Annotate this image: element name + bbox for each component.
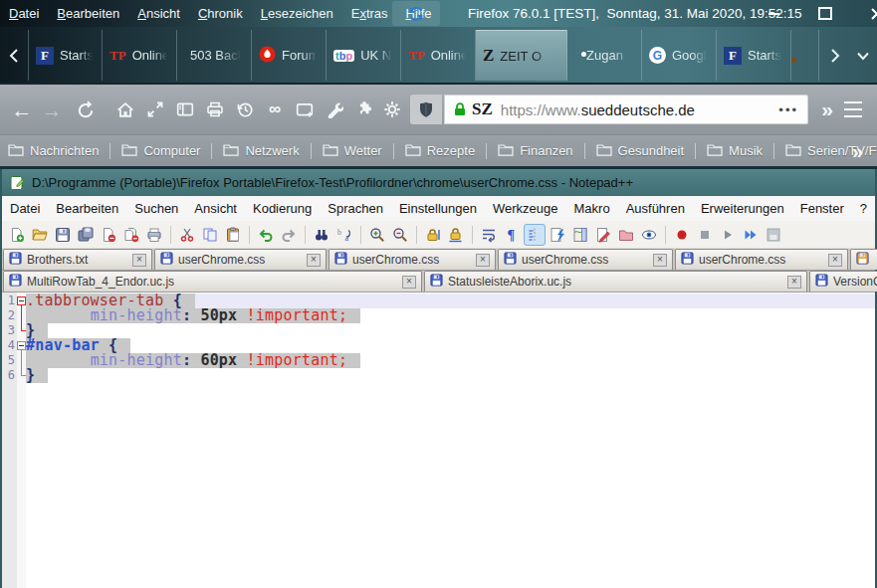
toolbar-overflow-icon[interactable]: » xyxy=(814,96,840,123)
paste-icon[interactable] xyxy=(222,224,244,246)
infinity-icon[interactable]: ∞ xyxy=(261,96,289,123)
menubar-item-extras[interactable]: Extras xyxy=(342,0,397,27)
file-tab-1-5[interactable] xyxy=(850,249,877,270)
bookmark-folder-6[interactable]: Gesundheit xyxy=(594,143,687,159)
copy-icon[interactable] xyxy=(199,224,221,246)
addons-icon[interactable] xyxy=(348,96,376,123)
browser-tab-0[interactable]: FStartse xyxy=(28,30,103,81)
close-all-icon[interactable] xyxy=(120,224,142,246)
npp-menu-sprachen[interactable]: Sprachen xyxy=(320,201,391,216)
tracking-protection-shield-icon[interactable] xyxy=(410,95,442,124)
url-bar[interactable]: SZ https://www.sueddeutsche.de ••• xyxy=(444,95,808,124)
macro-stop-icon[interactable] xyxy=(694,224,716,246)
browser-tab-7[interactable]: Zugan xyxy=(567,30,642,81)
indent-guide-icon[interactable] xyxy=(524,224,546,246)
bookmark-folder-4[interactable]: Rezepte xyxy=(403,143,477,159)
macro-play-icon[interactable] xyxy=(717,224,739,246)
file-monitor-icon[interactable] xyxy=(638,224,660,246)
sync-icon[interactable] xyxy=(392,1,440,26)
sidebar-icon[interactable] xyxy=(171,96,199,123)
find-icon[interactable] xyxy=(311,224,332,246)
bookmark-folder-5[interactable]: Finanzen xyxy=(496,143,574,159)
npp-menu-einstellungen[interactable]: Einstellungen xyxy=(391,201,485,216)
bookmark-folder-3[interactable]: Wetter xyxy=(321,143,384,159)
editor-area[interactable]: 1.tabbrowser-tab {2 min-height: 50px !im… xyxy=(2,293,875,588)
save-icon[interactable] xyxy=(52,224,74,246)
new-file-icon[interactable] xyxy=(6,224,28,246)
all-tabs-dropdown-icon[interactable] xyxy=(850,30,876,81)
forward-icon[interactable]: → xyxy=(38,96,66,123)
file-tab-1-4[interactable]: userChrome.css× xyxy=(675,249,848,270)
page-actions-icon[interactable] xyxy=(321,96,348,123)
browser-tab-1[interactable]: TPOnline xyxy=(103,30,177,81)
fold-marker[interactable] xyxy=(17,308,26,323)
minimize-button[interactable] xyxy=(757,0,790,27)
show-symbols-icon[interactable]: ¶ xyxy=(501,224,523,246)
tab-scroll-left-icon[interactable] xyxy=(0,30,28,81)
sync-horizontal-icon[interactable] xyxy=(445,224,467,246)
print-icon[interactable] xyxy=(201,96,229,123)
npp-menu-help[interactable]: ? xyxy=(852,201,875,216)
macro-record-icon[interactable] xyxy=(671,224,693,246)
browser-tab-4[interactable]: tbpUK Ne xyxy=(327,30,401,81)
npp-menu-datei[interactable]: Datei xyxy=(2,201,48,216)
file-tab-2-0[interactable]: MultiRowTab_4_Endor.uc.js× xyxy=(3,271,422,292)
menubar-item-datei[interactable]: Datei xyxy=(0,0,48,27)
undo-icon[interactable] xyxy=(255,224,277,246)
browser-tab-9[interactable]: FStartse xyxy=(717,30,791,81)
menubar-item-lesezeichen[interactable]: Lesezeichen xyxy=(252,0,342,27)
browser-tab-2[interactable]: 503 Backer xyxy=(177,30,252,81)
menubar-item-ansicht[interactable]: Ansicht xyxy=(128,0,189,27)
npp-menu-suchen[interactable]: Suchen xyxy=(126,201,186,216)
fullscreen-icon[interactable] xyxy=(141,96,169,123)
document-map-icon[interactable] xyxy=(569,224,591,246)
menubar-item-bearbeiten[interactable]: Bearbeiten xyxy=(48,0,128,27)
close-tab-icon[interactable]: × xyxy=(828,254,842,267)
bookmark-folder-7[interactable]: Musik xyxy=(705,143,765,159)
zoom-out-icon[interactable] xyxy=(389,224,411,246)
tab-scroll-right-icon[interactable] xyxy=(822,30,848,81)
replace-icon[interactable]: ba xyxy=(333,224,355,246)
folder-workspace-icon[interactable] xyxy=(615,224,637,246)
npp-menu-makro[interactable]: Makro xyxy=(566,201,618,216)
close-tab-icon[interactable]: × xyxy=(402,276,416,289)
file-tab-1-3[interactable]: userChrome.css× xyxy=(498,249,673,270)
file-tab-1-1[interactable]: userChrome.css× xyxy=(154,249,327,270)
close-tab-icon[interactable]: × xyxy=(307,254,321,267)
save-all-icon[interactable] xyxy=(75,224,97,246)
close-button[interactable] xyxy=(860,0,877,27)
npp-menu-erweiterungen[interactable]: Erweiterungen xyxy=(693,201,792,216)
npp-menu-fenster[interactable]: Fenster xyxy=(792,201,852,216)
page-actions-dots-icon[interactable]: ••• xyxy=(778,102,798,117)
browser-tab-8[interactable]: GGoogl xyxy=(642,30,717,81)
file-tab-2-2[interactable]: VersionClo xyxy=(809,271,877,292)
npp-menu-kodierung[interactable]: Kodierung xyxy=(245,201,320,216)
npp-menu-werkzeuge[interactable]: Werkzeuge xyxy=(485,201,566,216)
close-tab-icon[interactable]: × xyxy=(653,254,667,267)
close-tab-icon[interactable]: × xyxy=(132,254,146,267)
file-tab-1-2[interactable]: userChrome.css× xyxy=(329,249,496,270)
maximize-button[interactable] xyxy=(808,0,842,27)
npp-menu-ansicht[interactable]: Ansicht xyxy=(186,201,245,216)
function-list-icon[interactable] xyxy=(547,224,568,246)
redo-icon[interactable] xyxy=(278,224,300,246)
browser-tab-10[interactable] xyxy=(791,30,819,81)
print-icon[interactable] xyxy=(143,224,165,246)
bookmark-folder-0[interactable]: Nachrichten xyxy=(6,143,101,159)
browser-tab-3[interactable]: Forum xyxy=(252,30,327,81)
npp-menu-ausführen[interactable]: Ausführen xyxy=(618,201,693,216)
zoom-in-icon[interactable] xyxy=(366,224,388,246)
cut-icon[interactable] xyxy=(176,224,198,246)
npp-menu-bearbeiten[interactable]: Bearbeiten xyxy=(48,201,126,216)
open-file-icon[interactable] xyxy=(29,224,51,246)
settings-icon[interactable] xyxy=(378,96,406,123)
file-tab-2-1[interactable]: StatusleisteAborix.uc.js× xyxy=(424,271,807,292)
bookmark-folder-2[interactable]: Netzwerk xyxy=(221,143,301,159)
close-tab-icon[interactable]: × xyxy=(476,254,490,267)
browser-tab-6[interactable]: ZZEIT O xyxy=(476,30,567,81)
macro-save-icon[interactable] xyxy=(763,224,784,246)
menubar-item-chronik[interactable]: Chronik xyxy=(189,0,252,27)
bookmarks-overflow-icon[interactable]: » xyxy=(852,135,863,167)
word-wrap-icon[interactable] xyxy=(478,224,500,246)
back-icon[interactable]: ← xyxy=(8,96,36,123)
